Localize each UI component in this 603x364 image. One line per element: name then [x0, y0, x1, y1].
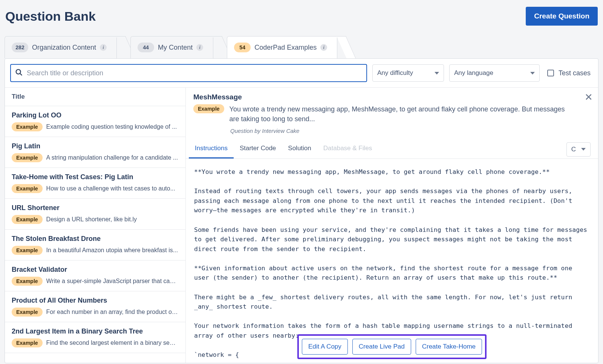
- question-item-title: Product of All Other Numbers: [12, 297, 179, 305]
- tab-count-badge: 282: [12, 43, 28, 52]
- create-take-home-button[interactable]: Create Take-Home: [416, 339, 482, 355]
- question-item-title: Take-Home with Test Cases: Pig Latin: [12, 173, 179, 181]
- question-item-desc: In a beautiful Amazon utopia where break…: [46, 247, 179, 254]
- page-title: Question Bank: [5, 9, 96, 24]
- example-chip: Example: [12, 215, 43, 224]
- svg-line-1: [20, 74, 22, 76]
- detail-action-bar: Edit A Copy Create Live Pad Create Take-…: [297, 334, 487, 359]
- question-item-title: Bracket Validator: [12, 266, 179, 274]
- detail-tabs: InstructionsStarter CodeSolutionDatabase…: [189, 140, 378, 158]
- example-chip: Example: [12, 153, 43, 162]
- question-list-item[interactable]: URL ShortenerExampleDesign a URL shorten…: [5, 199, 185, 230]
- question-list-item[interactable]: The Stolen Breakfast DroneExampleIn a be…: [5, 230, 185, 260]
- question-item-title: Parking Lot OO: [12, 111, 179, 119]
- detail-title: MeshMessage: [193, 93, 575, 101]
- detail-tab-instructions[interactable]: Instructions: [189, 140, 234, 158]
- question-item-desc: Write a super-simple JavaScript parser t…: [46, 278, 179, 285]
- detail-summary: You wrote a trendy new messaging app, Me…: [230, 104, 575, 124]
- example-chip: Example: [12, 308, 43, 317]
- question-item-title: The Stolen Breakfast Drone: [12, 235, 179, 243]
- search-input-wrap[interactable]: [10, 64, 367, 82]
- question-item-desc: Find the second largest element in a bin…: [46, 340, 179, 346]
- example-chip: Example: [12, 246, 43, 255]
- svg-point-0: [16, 70, 21, 74]
- language-select[interactable]: Any language: [449, 64, 540, 82]
- question-list-item[interactable]: Parking Lot OOExampleExample coding ques…: [5, 106, 185, 137]
- question-item-desc: Design a URL shortener, like bit.ly: [46, 216, 179, 223]
- detail-body[interactable]: **You wrote a trendy new messaging app, …: [186, 159, 598, 363]
- tab-count-badge: 44: [138, 43, 154, 52]
- close-icon[interactable]: ✕: [585, 91, 593, 103]
- question-list-item[interactable]: Product of All Other NumbersExampleFor e…: [5, 291, 185, 322]
- example-chip: Example: [12, 277, 43, 286]
- question-item-desc: Example coding question testing knowledg…: [46, 123, 179, 130]
- difficulty-select-label: Any difficulty: [377, 69, 413, 77]
- question-item-desc: A string manipulation challenge for a ca…: [46, 154, 179, 161]
- content-tabs: 282 Organization Content i 44 My Content…: [0, 36, 603, 58]
- language-select-label: Any language: [454, 69, 493, 77]
- difficulty-select[interactable]: Any difficulty: [372, 64, 444, 82]
- test-cases-label: Test cases: [559, 69, 591, 77]
- chevron-down-icon: [581, 148, 586, 151]
- search-icon: [15, 68, 23, 78]
- chevron-down-icon: [530, 72, 535, 75]
- detail-tab-database-files: Database & Files: [317, 140, 378, 158]
- question-list-column: Title Parking Lot OOExampleExample codin…: [5, 88, 186, 363]
- list-column-header: Title: [5, 88, 185, 106]
- question-item-title: Pig Latin: [12, 142, 179, 150]
- test-cases-toggle[interactable]: Test cases: [545, 69, 593, 77]
- question-item-desc: How to use a challenge with test cases t…: [46, 185, 179, 192]
- example-chip: Example: [12, 184, 43, 193]
- detail-language-select[interactable]: C: [566, 142, 591, 157]
- detail-tab-solution[interactable]: Solution: [282, 140, 317, 158]
- edit-copy-button[interactable]: Edit A Copy: [302, 339, 348, 355]
- tab-label: CoderPad Examples: [254, 44, 317, 52]
- detail-tab-starter-code[interactable]: Starter Code: [234, 140, 282, 158]
- question-list-item[interactable]: Take-Home with Test Cases: Pig LatinExam…: [5, 168, 185, 199]
- create-question-button[interactable]: Create Question: [526, 7, 598, 26]
- example-chip: Example: [12, 338, 43, 347]
- question-panel: Any difficulty Any language Test cases T…: [5, 58, 598, 363]
- question-item-desc: For each number in an array, find the pr…: [46, 309, 179, 315]
- question-item-title: URL Shortener: [12, 204, 179, 212]
- checkbox-icon: [547, 70, 554, 76]
- tab-label: Organization Content: [32, 44, 96, 52]
- question-list-item[interactable]: Bracket ValidatorExampleWrite a super-si…: [5, 260, 185, 291]
- info-icon[interactable]: i: [320, 44, 327, 51]
- create-live-pad-button[interactable]: Create Live Pad: [352, 339, 411, 355]
- detail-tabs-row: InstructionsStarter CodeSolutionDatabase…: [186, 138, 598, 159]
- question-list-item[interactable]: 2nd Largest Item in a Binary Search Tree…: [5, 322, 185, 353]
- tab-label: My Content: [158, 44, 193, 52]
- tab-organization-content[interactable]: 282 Organization Content i: [5, 36, 117, 58]
- info-icon[interactable]: i: [100, 44, 107, 51]
- example-chip: Example: [12, 122, 43, 131]
- detail-header: ✕ MeshMessage Example You wrote a trendy…: [186, 88, 598, 138]
- tab-count-badge: 54: [234, 43, 251, 52]
- question-list[interactable]: Parking Lot OOExampleExample coding ques…: [5, 106, 185, 363]
- question-item-title: 2nd Largest Item in a Binary Search Tree: [12, 327, 179, 335]
- question-list-item[interactable]: Pig LatinExampleA string manipulation ch…: [5, 137, 185, 168]
- detail-byline: Question by Interview Cake: [230, 128, 575, 134]
- example-chip: Example: [193, 104, 224, 113]
- info-icon[interactable]: i: [196, 44, 203, 51]
- chevron-down-icon: [435, 72, 439, 75]
- question-detail-column: ✕ MeshMessage Example You wrote a trendy…: [186, 88, 598, 363]
- tab-coderpad-examples[interactable]: 54 CoderPad Examples i: [227, 36, 337, 58]
- tab-my-content[interactable]: 44 My Content i: [130, 36, 213, 58]
- search-input[interactable]: [27, 69, 363, 77]
- filter-row: Any difficulty Any language Test cases: [5, 59, 598, 88]
- detail-language-label: C: [571, 146, 576, 153]
